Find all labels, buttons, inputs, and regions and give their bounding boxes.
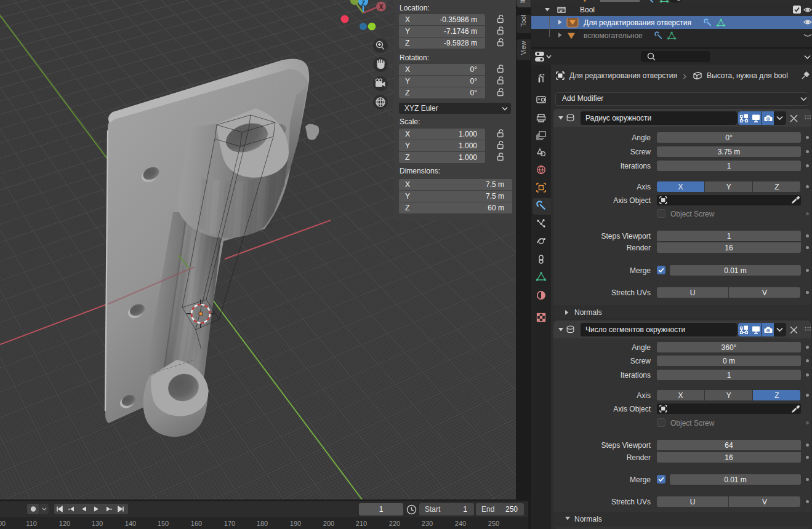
svg-text:Z: Z [361, 0, 365, 7]
svg-text:2: 2 [677, 0, 680, 2]
svg-text:X: X [379, 4, 384, 10]
